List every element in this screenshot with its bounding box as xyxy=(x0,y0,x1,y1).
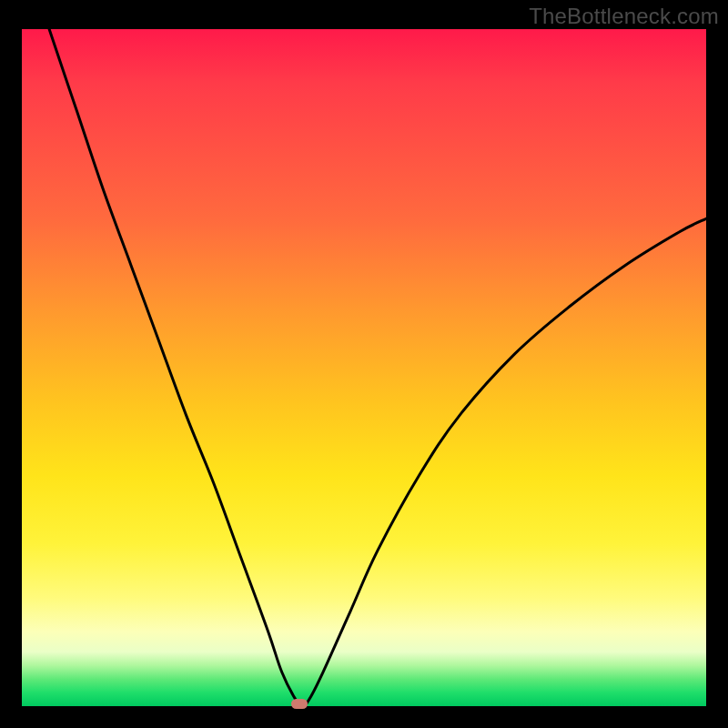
chart-frame: TheBottleneck.com xyxy=(0,0,728,728)
minimum-marker xyxy=(291,699,308,709)
bottleneck-curve xyxy=(22,29,706,706)
plot-area xyxy=(22,29,706,706)
watermark-text: TheBottleneck.com xyxy=(529,4,719,29)
